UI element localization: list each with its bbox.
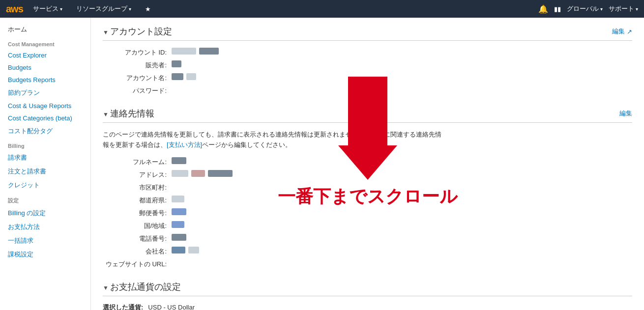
external-link-icon: ↗ (627, 28, 632, 35)
sidebar-section-billing: Billing (0, 138, 90, 151)
account-menu[interactable]: ▮▮ (554, 5, 561, 13)
sidebar-section-cost-management: Cost Management (0, 36, 90, 49)
global-label: グローバル (567, 4, 599, 13)
company-blur-2 (188, 247, 199, 254)
fullname-row: フルネーム: (103, 157, 632, 167)
sidebar-item-credits[interactable]: クレジット (0, 178, 90, 192)
bell-icon: 🔔 (538, 4, 548, 14)
account-id-row: アカウント ID: (103, 48, 632, 57)
sidebar-section-settings: 設定 (0, 192, 90, 206)
global-chevron-icon: ▾ (600, 6, 603, 12)
phone-label: 電話番号: (103, 234, 172, 244)
sidebar-item-invoices[interactable]: 請求書 (0, 151, 90, 165)
payment-method-link[interactable]: [支払い方法] (167, 141, 202, 148)
prefecture-row: 都道府県: (103, 196, 632, 205)
fullname-label: フルネーム: (103, 157, 172, 167)
support-label: サポート (609, 4, 634, 13)
prefecture-label: 都道府県: (103, 196, 172, 205)
account-id-value (172, 48, 632, 55)
sidebar-item-cost-allocation[interactable]: コスト配分タグ (0, 124, 90, 138)
city-label: 市区町村: (103, 183, 172, 193)
services-menu[interactable]: サービス ▾ (29, 2, 66, 15)
aws-logo-text: aws (6, 3, 23, 15)
account-settings-section: アカウント設定 編集 ↗ アカウント ID: 販売者: (103, 26, 632, 96)
account-id-blur-1 (172, 48, 196, 55)
services-label: サービス (33, 4, 59, 13)
sidebar-item-cost-explorer[interactable]: Cost Explorer (0, 49, 90, 61)
main-content: 一番下までスクロール アカウント設定 編集 ↗ アカウント ID: 販売者: (91, 18, 644, 310)
sidebar: ホーム Cost Management Cost Explorer Budget… (0, 18, 91, 310)
account-name-label: アカウント名: (103, 73, 172, 83)
seller-label: 販売者: (103, 60, 172, 70)
currency-settings-section: お支払通貨の設定 選択した通貨: USD - US Dollar お客様のデフォ… (103, 281, 632, 310)
address-blur-3 (208, 170, 233, 177)
company-label: 会社名: (103, 247, 172, 256)
notifications-bell[interactable]: 🔔 (538, 4, 548, 14)
currency-settings-header: お支払通貨の設定 (103, 281, 632, 296)
contact-info-section: 連絡先情報 編集 このページで連絡先情報を更新しても、請求書に表示される連絡先情… (103, 108, 632, 269)
account-settings-title: アカウント設定 (103, 26, 172, 37)
password-row: パスワード: (103, 86, 632, 96)
account-id-label: アカウント ID: (103, 48, 172, 57)
company-blur-1 (172, 247, 185, 254)
prefecture-value (172, 196, 632, 202)
account-name-blur-2 (186, 73, 196, 80)
company-value (172, 247, 632, 254)
city-row: 市区町村: (103, 183, 632, 193)
contact-info-header: 連絡先情報 編集 (103, 108, 632, 123)
currency-value: USD - US Dollar (148, 304, 195, 310)
sidebar-item-tax-settings[interactable]: 課税設定 (0, 248, 90, 261)
company-row: 会社名: (103, 247, 632, 256)
sidebar-item-home[interactable]: ホーム (0, 23, 90, 36)
country-label: 国/地域: (103, 221, 172, 231)
sidebar-item-billing-settings[interactable]: Billing の設定 (0, 206, 90, 220)
seller-row: 販売者: (103, 60, 632, 70)
prefecture-blur (172, 196, 184, 202)
address-row: アドレス: (103, 170, 632, 180)
account-id-blur-2 (199, 48, 219, 55)
website-row: ウェブサイトの URL: (103, 259, 632, 269)
address-value (172, 170, 632, 177)
account-name-blur-1 (172, 73, 183, 80)
postal-blur (172, 208, 186, 215)
resource-groups-chevron-icon: ▾ (129, 6, 131, 12)
account-name-value (172, 73, 632, 80)
sidebar-item-budgets-reports[interactable]: Budgets Reports (0, 74, 90, 86)
country-value (172, 221, 632, 228)
currency-settings-title: お支払通貨の設定 (103, 281, 181, 293)
fullname-blur (172, 157, 186, 164)
account-settings-header: アカウント設定 編集 ↗ (103, 26, 632, 41)
password-label: パスワード: (103, 86, 172, 96)
contact-info-title: 連絡先情報 (103, 108, 154, 119)
phone-row: 電話番号: (103, 234, 632, 244)
country-blur (172, 221, 184, 228)
aws-logo[interactable]: aws (6, 3, 23, 15)
support-menu[interactable]: サポート ▾ (609, 4, 638, 13)
resource-groups-label: リソースグループ (76, 4, 127, 13)
sidebar-item-cost-usage-reports[interactable]: Cost & Usage Reports (0, 100, 90, 112)
sidebar-item-consolidated-billing[interactable]: 一括請求 (0, 234, 90, 248)
account-settings-edit[interactable]: 編集 ↗ (612, 27, 632, 36)
sidebar-item-payment-method[interactable]: お支払方法 (0, 220, 90, 234)
global-menu[interactable]: グローバル ▾ (567, 4, 603, 13)
contact-info-text: このページで連絡先情報を更新しても、請求書に表示される連絡先情報は更新されません… (103, 130, 447, 150)
postal-row: 郵便番号: (103, 208, 632, 218)
services-chevron-icon: ▾ (60, 6, 62, 12)
selected-currency-label: 選択した通貨: (103, 303, 143, 310)
address-blur-2 (191, 170, 205, 177)
postal-value (172, 208, 632, 215)
account-name-row: アカウント名: (103, 73, 632, 83)
sidebar-item-cost-categories[interactable]: Cost Categories (beta) (0, 112, 90, 124)
nav-right-items: 🔔 ▮▮ グローバル ▾ サポート ▾ (538, 4, 638, 14)
website-label: ウェブサイトの URL: (103, 259, 172, 269)
sidebar-item-budgets[interactable]: Budgets (0, 61, 90, 74)
favorites-icon[interactable]: ★ (141, 3, 155, 15)
postal-label: 郵便番号: (103, 208, 172, 218)
phone-value (172, 234, 632, 241)
address-label: アドレス: (103, 170, 172, 180)
phone-blur (172, 234, 186, 241)
sidebar-item-savings-plan[interactable]: 節約プラン (0, 86, 90, 100)
sidebar-item-orders-invoices[interactable]: 注文と請求書 (0, 165, 90, 178)
resource-groups-menu[interactable]: リソースグループ ▾ (72, 2, 135, 15)
contact-info-edit[interactable]: 編集 (619, 109, 632, 118)
